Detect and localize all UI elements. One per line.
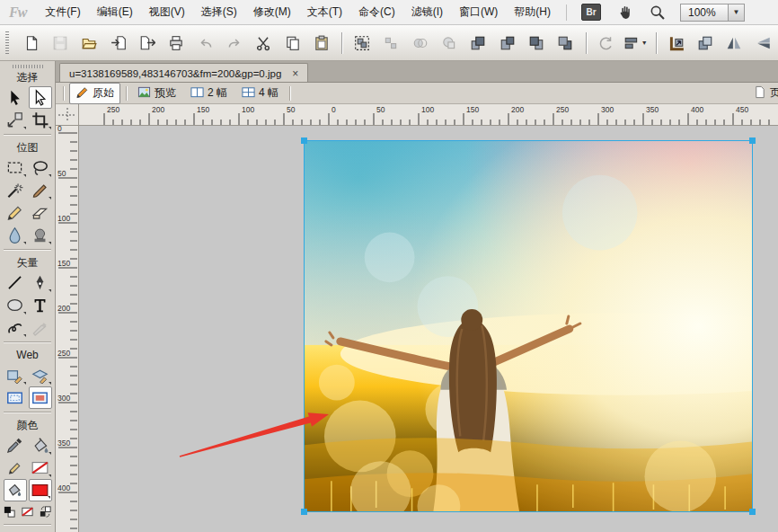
zoom-level-dropdown[interactable]: 100% ▼	[680, 4, 745, 22]
svg-text:250: 250	[107, 105, 119, 114]
bring-forward-button[interactable]	[496, 31, 519, 56]
two-up-view-button[interactable]: 2 幅	[185, 84, 233, 103]
cut-button[interactable]	[252, 31, 275, 56]
slice-tool[interactable]	[29, 364, 52, 386]
panel-divider	[4, 249, 51, 250]
image-size-button[interactable]	[694, 31, 717, 56]
fill-color-swatch[interactable]	[29, 479, 52, 501]
menu-item-4[interactable]: 修改(M)	[245, 1, 299, 23]
selected-image-object[interactable]	[304, 140, 753, 512]
tools-panel: 选择位图矢量Web颜色视图	[0, 61, 56, 532]
open-button[interactable]	[77, 31, 101, 56]
menu-bar: Fw 文件(F)编辑(E)视图(V)选择(S)修改(M)文本(T)命令(C)滤镜…	[0, 0, 778, 25]
paste-button[interactable]	[310, 31, 333, 56]
send-to-back-button[interactable]	[553, 31, 577, 56]
line-tool[interactable]	[4, 271, 27, 294]
magnifier-icon[interactable]	[645, 3, 668, 22]
two-pane-icon	[190, 85, 204, 102]
eraser-tool[interactable]	[29, 201, 52, 224]
zoom-level-value: 100%	[681, 6, 728, 19]
hotspot-tool[interactable]	[4, 364, 27, 386]
pencil-tool[interactable]	[4, 201, 27, 224]
canvas-area[interactable]	[79, 126, 778, 532]
magic-wand-tool[interactable]	[4, 179, 27, 201]
align-button[interactable]: ▼	[623, 31, 648, 56]
paint-bucket-tool[interactable]	[29, 434, 52, 457]
preview-view-button[interactable]: 预览	[132, 84, 181, 103]
selection-handle-bottom-right[interactable]	[749, 509, 756, 515]
bring-to-front-button[interactable]	[466, 31, 490, 56]
default-colors-button[interactable]	[2, 503, 18, 519]
blur-tool[interactable]	[4, 224, 27, 246]
selection-handle-top-left[interactable]	[301, 137, 307, 144]
svg-text:50: 50	[287, 105, 296, 114]
menu-item-2[interactable]: 视图(V)	[141, 1, 193, 23]
zoom-caret-icon[interactable]: ▼	[728, 4, 744, 21]
main-toolbar: ▼	[0, 25, 778, 61]
send-backward-button[interactable]	[525, 31, 548, 56]
stamp-tool[interactable]	[29, 224, 52, 246]
freeform-tool[interactable]	[4, 316, 27, 339]
flip-horizontal-button[interactable]	[722, 31, 746, 56]
vertical-ruler[interactable]: 050100150200250300350400	[56, 126, 79, 532]
menu-item-1[interactable]: 编辑(E)	[89, 1, 141, 23]
swap-colors-button[interactable]	[38, 503, 54, 519]
tab-close-icon[interactable]: ×	[290, 67, 300, 80]
copy-button[interactable]	[280, 31, 304, 56]
svg-text:300: 300	[601, 105, 614, 114]
flip-vertical-button[interactable]	[752, 31, 775, 56]
import-button[interactable]	[106, 31, 129, 56]
print-button[interactable]	[164, 31, 188, 56]
menu-item-9[interactable]: 帮助(H)	[506, 1, 559, 23]
document-tab[interactable]: u=3138169589,483146703&fm=200&gp=0.jpg ×	[59, 63, 308, 82]
menu-item-5[interactable]: 文本(T)	[299, 1, 350, 23]
document-tab-bar: u=3138169589,483146703&fm=200&gp=0.jpg ×	[56, 61, 778, 83]
panel-divider	[4, 134, 51, 135]
panel-divider	[4, 524, 51, 525]
horizontal-ruler[interactable]: 2502001501005005010015020025030035040045…	[79, 104, 778, 126]
no-color-button[interactable]	[20, 503, 36, 519]
group-button[interactable]	[350, 31, 374, 56]
scale-tool[interactable]	[4, 109, 27, 131]
eyedropper-tool[interactable]	[4, 434, 27, 457]
export-button[interactable]	[136, 31, 159, 56]
crop-tool[interactable]	[29, 109, 52, 131]
svg-text:200: 200	[152, 105, 164, 114]
lasso-tool[interactable]	[29, 156, 52, 179]
menu-item-8[interactable]: 窗口(W)	[451, 1, 506, 23]
menu-item-6[interactable]: 命令(C)	[350, 1, 403, 23]
menu-item-0[interactable]: 文件(F)	[37, 1, 88, 23]
bridge-button[interactable]: Br	[581, 4, 601, 21]
new-document-button[interactable]	[19, 31, 42, 56]
stroke-color-knob[interactable]	[4, 457, 27, 479]
section-label-Web: Web	[0, 346, 55, 364]
toolbar-separator	[586, 32, 587, 54]
brush-tool[interactable]	[29, 179, 52, 201]
fill-color-knob[interactable]	[4, 479, 27, 501]
stroke-color-swatch[interactable]	[29, 457, 52, 479]
pen-tool[interactable]	[29, 271, 52, 294]
selection-handle-bottom-left[interactable]	[301, 509, 307, 515]
toolbar-grip-handle[interactable]	[5, 31, 9, 55]
subselection-tool[interactable]	[29, 86, 52, 109]
page-panel-stub[interactable]: 页	[742, 85, 778, 102]
toolbar-separator	[656, 32, 657, 54]
rotate-button	[594, 31, 617, 56]
four-up-view-button[interactable]: 4 幅	[236, 84, 284, 103]
selection-handle-top-right[interactable]	[749, 137, 756, 144]
hand-icon[interactable]	[613, 3, 636, 22]
two-up-label: 2 幅	[208, 85, 227, 101]
hide-hotspots-button[interactable]	[4, 386, 27, 409]
menu-item-3[interactable]: 选择(S)	[193, 1, 245, 23]
ellipse-tool[interactable]	[4, 294, 27, 316]
svg-text:250: 250	[556, 105, 569, 114]
original-view-button[interactable]: 原始	[69, 83, 120, 104]
section-label-矢量: 矢量	[0, 253, 55, 271]
menu-item-7[interactable]: 滤镜(I)	[403, 1, 451, 23]
ruler-origin-corner[interactable]	[56, 104, 79, 126]
pointer-tool[interactable]	[4, 86, 27, 109]
text-tool[interactable]	[29, 294, 52, 316]
show-slices-button[interactable]	[29, 386, 52, 409]
marquee-tool[interactable]	[4, 156, 27, 179]
fit-canvas-button[interactable]	[665, 31, 688, 56]
